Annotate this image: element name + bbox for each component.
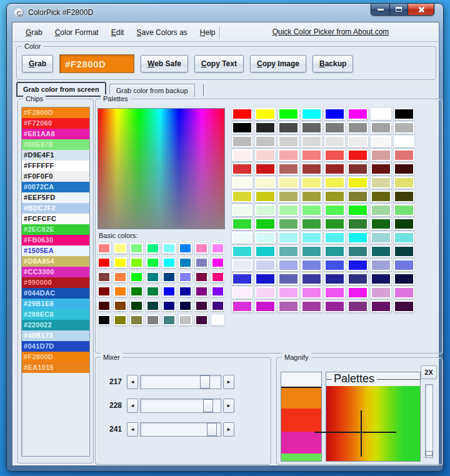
basic-color-80ffff[interactable] (162, 243, 176, 254)
palette-swatch-3f0a0a[interactable] (394, 163, 414, 175)
palette-swatch-61b0b0[interactable] (278, 245, 299, 257)
basic-color-004040[interactable] (146, 300, 159, 311)
slider-left-arrow-2[interactable]: ◄ (127, 422, 138, 437)
palette-swatch-e3e3e3[interactable] (324, 136, 345, 147)
chip-bdc7f2-9[interactable]: #BDC7F2 (22, 203, 89, 214)
chip-f2800d-0[interactable]: #F2800D (22, 107, 89, 118)
palette-swatch-f37ef3[interactable] (301, 287, 322, 299)
chip-f72060-1[interactable]: #F72060 (22, 118, 89, 129)
zoom-slider-thumb[interactable] (426, 451, 432, 456)
basic-color-80ff00[interactable] (130, 257, 143, 268)
palette-swatch-72e172[interactable] (394, 204, 414, 216)
basic-color-400040[interactable] (195, 300, 208, 311)
palette-swatch-31317f[interactable] (348, 273, 368, 285)
palette-swatch-f1f118[interactable] (348, 177, 368, 189)
chip-990000-16[interactable]: #990000 (22, 277, 89, 288)
mixer-slider-track-0[interactable] (140, 375, 221, 389)
basic-color-0000ff[interactable] (162, 286, 176, 297)
palette-swatch-f5f5a9[interactable] (278, 177, 299, 189)
palette-swatch-fbfbef[interactable] (232, 177, 252, 189)
basic-color-ff00ff[interactable] (211, 257, 224, 268)
slider-right-arrow-0[interactable]: ► (223, 375, 234, 389)
palette-swatch-effbfb[interactable] (232, 232, 252, 244)
basic-color-408080[interactable] (162, 315, 176, 325)
palette-swatch-53f253[interactable] (324, 204, 345, 216)
basic-color-ff80ff[interactable] (211, 243, 224, 254)
palette-swatch-00ff00[interactable] (278, 108, 299, 120)
basic-color-ff8080[interactable] (98, 243, 111, 254)
palette-swatch-661212[interactable] (371, 163, 391, 175)
palette-swatch-7ef37e[interactable] (301, 204, 322, 216)
close-button[interactable] (408, 4, 434, 16)
palette-swatch-a9f5a9[interactable] (278, 204, 299, 216)
basic-color-808080[interactable] (146, 315, 159, 325)
palette-swatch-b061b0[interactable] (278, 300, 299, 312)
palette-swatch-d931d9[interactable] (232, 300, 252, 312)
basic-color-ff80c0[interactable] (195, 243, 208, 254)
palette-swatch-cccc15[interactable] (255, 191, 276, 202)
palette-swatch-b06161[interactable] (278, 163, 299, 175)
chip-0072ca-7[interactable]: #0072CA (22, 182, 89, 192)
mixer-slider-thumb-0[interactable] (200, 375, 210, 389)
palette-swatch-15cccc[interactable] (255, 245, 276, 257)
palette-swatch-f25353[interactable] (324, 149, 345, 161)
palette-swatch-0000ff[interactable] (324, 108, 345, 120)
palette-swatch-232399[interactable] (324, 273, 345, 285)
minimize-button[interactable] (371, 4, 390, 16)
chip-e81aa8-2[interactable]: #E81AA8 (22, 129, 89, 139)
basic-color-0000a0[interactable] (179, 286, 192, 297)
palette-swatch-8f8f8f[interactable] (348, 122, 368, 134)
palette-swatch-000000[interactable] (394, 108, 414, 120)
chip-ea1015-24[interactable]: #EA1015 (22, 362, 89, 373)
copy-image-button[interactable]: Copy Image (250, 55, 306, 72)
palette-swatch-fbefef[interactable] (232, 149, 252, 161)
menu-item-grab[interactable]: Grab (21, 26, 48, 39)
chip-f2800d-23[interactable]: #F2800D (22, 352, 89, 362)
palette-swatch-bbbbbb[interactable] (232, 136, 252, 147)
palette-swatch-f8d3d3[interactable] (255, 149, 276, 161)
palette-swatch-15cc15[interactable] (255, 218, 276, 230)
basic-color-8000ff[interactable] (211, 286, 224, 297)
basic-color-808040[interactable] (130, 315, 143, 325)
palette-swatch-a3a3a3[interactable] (371, 122, 391, 134)
basic-color-00ffff[interactable] (162, 257, 176, 268)
basic-color-00ff80[interactable] (146, 243, 159, 254)
palette-swatch-c4c4c4[interactable] (255, 136, 276, 147)
chip-fcfcfc-10[interactable]: #FCFCFC (22, 214, 89, 224)
palette-swatch-661266[interactable] (371, 300, 391, 312)
palette-swatch-239999[interactable] (324, 245, 345, 257)
palette-swatch-18f118[interactable] (348, 204, 368, 216)
chip-eef5fd-8[interactable]: #EEF5FD (22, 192, 89, 203)
palette-swatch-a2aae9[interactable] (278, 259, 299, 271)
basic-color-ff0080[interactable] (211, 272, 224, 282)
palette-swatch-ffffff[interactable] (394, 136, 414, 147)
basic-color-0080ff[interactable] (179, 243, 192, 254)
basic-color-800040[interactable] (195, 272, 208, 282)
palette-swatch-e172e1[interactable] (394, 287, 414, 299)
basic-color-000000[interactable] (98, 315, 111, 325)
basic-color-000080[interactable] (162, 300, 176, 311)
chip-2ec82e-11[interactable]: #2EC82E (22, 224, 89, 235)
basic-color-00ff40[interactable] (146, 257, 159, 268)
palette-swatch-f253f2[interactable] (324, 287, 345, 299)
basic-color-00ff00[interactable] (130, 272, 143, 282)
chip-288ec8-19[interactable]: #288EC8 (22, 309, 89, 320)
basic-color-ff0000[interactable] (98, 257, 111, 268)
palette-swatch-e1e172[interactable] (394, 177, 414, 189)
basic-color-0080c0[interactable] (179, 257, 192, 268)
palette-swatch-636363[interactable] (301, 122, 322, 134)
palette-swatch-3f3f0a[interactable] (394, 191, 414, 202)
palette-swatch-d3f8f8[interactable] (255, 232, 276, 244)
basic-color-804040[interactable] (98, 272, 111, 282)
palette-swatch-0a0a3f[interactable] (394, 273, 414, 285)
chip-80e878-3[interactable]: #80E878 (22, 139, 89, 150)
copy-text-button[interactable]: Copy Text (194, 55, 244, 72)
web-safe-button[interactable]: Web Safe (141, 55, 188, 72)
palette-swatch-a03939[interactable] (301, 163, 322, 175)
basic-color-8080ff[interactable] (179, 272, 192, 282)
basic-color-8080c0[interactable] (195, 257, 208, 268)
palette-swatch-b3b3b3[interactable] (394, 122, 414, 134)
chip-d9e4f1-4[interactable]: #D9E4F1 (22, 150, 89, 161)
palette-swatch-7a7a7a[interactable] (324, 122, 345, 134)
palette-swatch-f8f8d3[interactable] (255, 177, 276, 189)
